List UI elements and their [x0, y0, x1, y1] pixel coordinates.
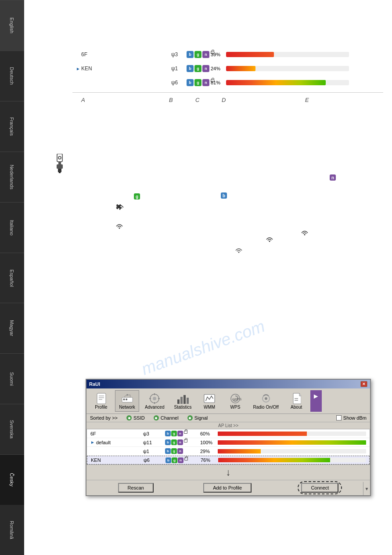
net-badge-g-def: g: [171, 439, 177, 445]
toolbar-about-label: About: [291, 405, 302, 410]
net-badge-b-un: b: [165, 448, 171, 454]
svg-rect-17: [126, 399, 127, 400]
sort-ssid[interactable]: SSID: [126, 415, 145, 421]
sidebar-item-cesky[interactable]: Česky: [0, 454, 24, 505]
diagram-percent-1: 39%: [211, 52, 220, 57]
svg-rect-28: [187, 398, 189, 404]
network-row-ken[interactable]: KEN ψ6 b g n 76%: [87, 456, 370, 464]
toolbar-advanced-label: Advanced: [145, 405, 164, 410]
map-node-n: n: [330, 174, 336, 181]
net-badge-n-def: n: [177, 439, 183, 445]
connect-button[interactable]: Connect: [301, 483, 338, 493]
badge-g-2: g: [194, 65, 201, 72]
sort-signal[interactable]: Signal: [187, 415, 208, 421]
main-content: 6F ψ3 b g n 39% ► KEN ψ1 b g n 24%: [24, 0, 392, 555]
sidebar-item-english[interactable]: English: [0, 0, 24, 51]
window-title: RaUI: [89, 381, 100, 387]
svg-text:WPS: WPS: [234, 397, 241, 401]
sidebar-item-espanol[interactable]: Español: [0, 253, 24, 303]
network-row-default[interactable]: ► default ψ11 b g n 100%: [87, 438, 370, 447]
channel-text-unnamed: ψ1: [143, 449, 149, 454]
badge-b-2: b: [187, 65, 194, 72]
sidebar-item-magyar[interactable]: Magyar: [0, 303, 24, 353]
svg-rect-5: [59, 172, 61, 173]
sidebar-item-nederlands[interactable]: Nederlands: [0, 152, 24, 202]
toolbar-about-button[interactable]: About: [284, 390, 309, 412]
badge-n-2: n: [202, 65, 209, 72]
sidebar-item-svenska[interactable]: Svenska: [0, 404, 24, 454]
window-titlebar: RaUI ✕: [86, 380, 370, 388]
toolbar-profile-label: Profile: [95, 405, 107, 410]
network-bar-ken: [218, 458, 366, 462]
toolbar-profile-button[interactable]: Profile: [89, 390, 113, 412]
sidebar-item-romana[interactable]: Română: [0, 505, 24, 555]
diagram-arrow-2: ►: [76, 66, 80, 71]
window-close-button[interactable]: ✕: [360, 381, 367, 387]
net-lock-ken: [184, 457, 188, 461]
svg-rect-3: [57, 164, 63, 169]
badge-n-1: n: [202, 51, 209, 58]
ap-list-header: AP List >>: [86, 422, 370, 429]
sidebar-item-italiano[interactable]: Italiano: [0, 202, 24, 253]
network-percent-default: 100%: [200, 440, 218, 445]
svg-point-6: [119, 209, 121, 210]
advanced-icon: [148, 392, 161, 405]
svg-rect-29: [204, 395, 215, 403]
show-dbm-checkbox[interactable]: [336, 415, 342, 421]
badge-n-3: n: [202, 79, 209, 86]
channel-text-default: ψ11: [143, 440, 152, 445]
toolbar-wmm-label: WMM: [204, 405, 215, 410]
diagram-divider: [72, 92, 383, 93]
toolbar-advanced-button[interactable]: Advanced: [141, 390, 168, 412]
diagram-ssid-1: 6F: [81, 51, 87, 58]
diagram-channel-1: ψ3: [171, 51, 178, 58]
diagram-signal-bar-2: [226, 66, 349, 71]
network-row-unnamed[interactable]: ψ1 b g n 29%: [87, 447, 370, 456]
svg-rect-4: [58, 169, 61, 172]
raui-window: RaUI ✕ Profile: [86, 379, 371, 496]
sidebar-item-francais[interactable]: Français: [0, 101, 24, 152]
svg-rect-16: [123, 399, 125, 400]
network-percent-6f: 60%: [200, 431, 218, 436]
wmm-icon: [203, 392, 216, 405]
show-dbm-container: Show dBm: [336, 415, 367, 421]
net-badge-g-6f: g: [171, 431, 177, 436]
sidebar-item-suomi[interactable]: Suomi: [0, 353, 24, 404]
toolbar-next-button[interactable]: ►: [310, 390, 322, 412]
sort-ssid-label: SSID: [133, 415, 145, 421]
rescan-button[interactable]: Rescan: [118, 483, 154, 493]
ssid-text-6f: 6F: [90, 431, 96, 436]
col-label-c: C: [195, 97, 199, 103]
diagram-channel-3: ψ6: [171, 80, 178, 86]
toolbar-statistics-label: Statistics: [174, 405, 191, 410]
wps-icon: WPS: [229, 392, 241, 405]
network-row-6f[interactable]: 6F ψ3 b g n 60%: [87, 429, 370, 438]
svg-point-10: [304, 234, 306, 236]
scrollbar-down[interactable]: ▼: [363, 482, 370, 495]
add-to-profile-button[interactable]: Add to Profile: [203, 483, 252, 493]
network-channel-unnamed: ψ1: [143, 449, 165, 454]
badge-g-1: g: [194, 51, 201, 58]
map-wifi-arc-2: [115, 222, 123, 230]
map-node-b: b: [221, 192, 227, 199]
svg-point-33: [265, 397, 267, 400]
diagram-badges-2: b g n: [187, 65, 209, 72]
network-channel-ken: ψ6: [144, 457, 165, 463]
network-bar-default: [218, 440, 366, 445]
sidebar-item-deutsch[interactable]: Deutsch: [0, 51, 24, 101]
toolbar-wmm-button[interactable]: WMM: [198, 390, 222, 412]
toolbar-radio-button[interactable]: Radio On/Off: [249, 390, 283, 412]
toolbar-wps-button[interactable]: WPS WPS: [223, 390, 248, 412]
sort-signal-radio: [187, 415, 193, 421]
network-channel-default: ψ11: [143, 440, 165, 445]
sort-channel[interactable]: Channel: [154, 415, 179, 421]
sorted-by-label: Sorted by >>: [90, 415, 118, 421]
down-arrow: ↓: [86, 465, 370, 480]
col-label-a: A: [81, 97, 85, 103]
toolbar-statistics-button[interactable]: Statistics: [170, 390, 195, 412]
about-icon: [290, 392, 302, 405]
statistics-icon: [176, 392, 189, 405]
toolbar-network-button[interactable]: Network: [115, 390, 139, 412]
badge-b-3: b: [187, 79, 194, 86]
toolbar: Profile Network: [86, 388, 370, 414]
